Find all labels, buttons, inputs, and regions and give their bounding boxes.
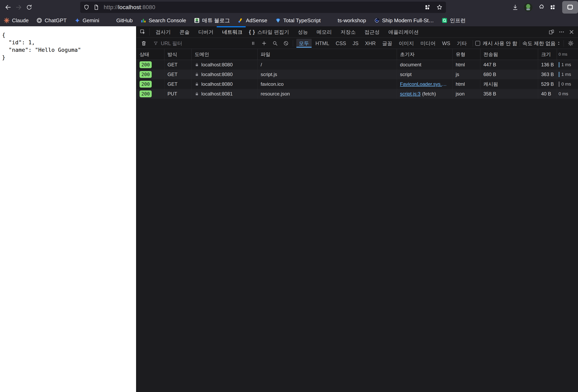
request-row[interactable]: 200GETlocalhost:8080script.jsscriptjs680… xyxy=(137,70,578,79)
transferred-cell: 680 B xyxy=(481,70,538,79)
request-filter-pill[interactable]: JS xyxy=(350,39,361,48)
initiator-suffix: (fetch) xyxy=(422,91,436,97)
extensions-grid-add-icon[interactable] xyxy=(550,4,556,10)
pause-icon xyxy=(250,41,256,46)
responsive-design-icon[interactable] xyxy=(548,29,555,35)
devtools-tab-2[interactable]: 디버거 xyxy=(193,26,217,38)
devtools-tab-label: 저장소 xyxy=(340,29,356,35)
request-filter-pill[interactable]: HTML xyxy=(313,39,332,48)
devtools-tab-8[interactable]: 접근성 xyxy=(359,26,383,38)
block-requests-button[interactable] xyxy=(282,39,290,47)
url-bar[interactable]: http://localhost:8080 xyxy=(80,2,446,13)
bookmark-item[interactable]: Ship Modern Full-St… xyxy=(374,17,434,24)
devtools-tab-5[interactable]: 성능 xyxy=(292,26,311,38)
devtools-menu-icon[interactable] xyxy=(559,29,565,35)
lock-icon xyxy=(195,92,199,96)
size-cell: 40 B xyxy=(538,89,557,99)
column-header[interactable]: 도메인 xyxy=(192,49,258,60)
filter-funnel-icon xyxy=(153,41,158,46)
lock-icon xyxy=(195,63,199,67)
devtools-tab-label: 접근성 xyxy=(364,29,380,35)
devtools-tabbar: 검사기콘솔디버거네트워크{ }스타일 편집기성능메모리저장소접근성애플리케이션 xyxy=(137,26,578,38)
status-badge: 200 xyxy=(140,90,152,97)
initiator-link[interactable]: FaviconLoader.sys.mjs… xyxy=(400,81,449,87)
waterfall-bar xyxy=(559,72,560,77)
plus-icon xyxy=(261,40,267,46)
request-filter-pill[interactable]: 이미지 xyxy=(396,39,417,48)
domain-cell: localhost:8080 xyxy=(192,70,258,79)
network-filterbar: URL 필터 모두HTMLCSSJSXHR글꼴이미지미디어WS기타 캐시 사용 … xyxy=(137,38,578,49)
pause-traffic-button[interactable] xyxy=(249,39,258,47)
network-settings-button[interactable] xyxy=(566,39,575,47)
bookmark-star-icon[interactable] xyxy=(436,4,443,10)
bookmark-item[interactable]: Claude xyxy=(4,17,29,24)
column-header[interactable]: 유형 xyxy=(453,49,481,60)
devtools-tab-1[interactable]: 콘솔 xyxy=(174,26,193,38)
time-label: 1 ms xyxy=(561,72,571,77)
disable-cache-checkbox[interactable] xyxy=(475,41,480,46)
request-filter-pill[interactable]: XHR xyxy=(362,39,378,48)
extensions-puzzle-icon[interactable] xyxy=(538,4,544,10)
throttling-select[interactable]: 속도 제한 없음 xyxy=(522,40,561,47)
waterfall-cell: 1 ms xyxy=(557,70,578,79)
back-button[interactable] xyxy=(3,2,13,12)
page-info-icon[interactable] xyxy=(93,4,99,10)
initiator-link[interactable]: script.js:3 xyxy=(400,91,420,97)
forward-button[interactable] xyxy=(13,2,24,12)
bookmark-item[interactable]: ChatGPT xyxy=(36,17,66,24)
devtools-close-icon[interactable] xyxy=(569,29,574,35)
search-requests-button[interactable] xyxy=(271,39,280,47)
column-header[interactable]: 크기 xyxy=(538,49,557,60)
request-filter-pill[interactable]: 미디어 xyxy=(418,39,438,48)
initiator-cell: FaviconLoader.sys.mjs… xyxy=(397,79,453,89)
bookmark-label: Search Console xyxy=(149,17,186,24)
request-filter-pill[interactable]: 기타 xyxy=(454,39,470,48)
request-row[interactable]: 200GETlocalhost:8080favicon.icoFaviconLo… xyxy=(137,79,578,89)
waterfall-bar xyxy=(559,81,560,87)
type-cell: json xyxy=(453,89,481,99)
adsense-favicon xyxy=(238,17,244,23)
back-icon xyxy=(5,4,11,11)
bookmark-item[interactable]: 인프런 xyxy=(441,17,466,24)
request-filter-pill[interactable]: 모두 xyxy=(296,39,312,48)
matthew-blog-favicon xyxy=(194,17,200,23)
bookmark-item[interactable]: Search Console xyxy=(140,17,186,24)
bookmark-item[interactable]: Total TypeScript xyxy=(275,17,321,24)
url-filter-input[interactable]: URL 필터 xyxy=(153,40,182,47)
column-header[interactable]: 파일 xyxy=(258,49,397,60)
bookmark-item[interactable]: ts-workshop xyxy=(337,17,366,24)
transferred-cell: 캐시됨 xyxy=(481,79,538,89)
sidebar-toggle-button[interactable] xyxy=(562,1,578,14)
bookmark-item[interactable]: GitHub xyxy=(116,17,133,24)
devtools-tab-label: 스타일 편집기 xyxy=(257,29,289,35)
shield-icon[interactable] xyxy=(83,4,90,10)
column-header[interactable]: 방식 xyxy=(164,49,192,60)
reload-button[interactable] xyxy=(24,2,34,12)
downloads-icon[interactable] xyxy=(512,4,519,10)
bookmark-item[interactable]: AdSense xyxy=(238,17,267,24)
column-header[interactable]: 전송됨 xyxy=(481,49,538,60)
devtools-tab-7[interactable]: 저장소 xyxy=(335,26,359,38)
inflearn-favicon xyxy=(441,17,448,23)
reader-layout-icon[interactable] xyxy=(425,4,431,10)
column-header[interactable]: 상태 xyxy=(137,49,164,60)
bookmark-item[interactable]: 매튜 블로그 xyxy=(194,17,230,24)
pick-element-button[interactable] xyxy=(137,26,149,38)
devtools-tab-0[interactable]: 검사기 xyxy=(150,26,174,38)
domain-cell: localhost:8081 xyxy=(192,89,258,99)
request-row[interactable]: 200PUTlocalhost:8081resource.jsonscript.… xyxy=(137,89,578,99)
devtools-tab-6[interactable]: 메모리 xyxy=(311,26,335,38)
clear-requests-button[interactable] xyxy=(139,39,148,47)
bookmark-item[interactable]: Gemini xyxy=(74,17,99,24)
waterfall-scale-header[interactable]: 0 ms xyxy=(557,49,578,60)
request-filter-pill[interactable]: 글꼴 xyxy=(380,39,395,48)
devtools-tab-active[interactable]: 네트워크 xyxy=(217,26,246,38)
request-filter-pill[interactable]: WS xyxy=(439,39,453,48)
column-header[interactable]: 초기자 xyxy=(397,49,453,60)
new-request-button[interactable] xyxy=(260,39,269,47)
devtools-tab-9[interactable]: 애플리케이션 xyxy=(383,26,422,38)
request-row[interactable]: 200GETlocalhost:8080/documenthtml447 B13… xyxy=(137,60,578,70)
request-filter-pill[interactable]: CSS xyxy=(333,39,349,48)
account-avatar[interactable] xyxy=(524,3,533,12)
devtools-tab-4[interactable]: { }스타일 편집기 xyxy=(246,26,292,38)
